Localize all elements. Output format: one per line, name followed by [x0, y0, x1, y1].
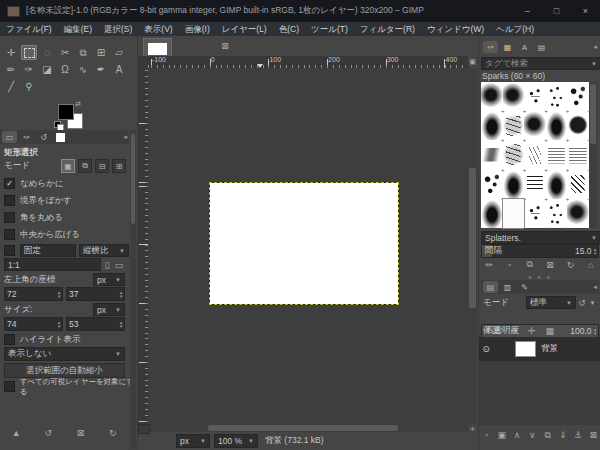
swap-colors-icon[interactable]: ⇄ — [75, 100, 81, 108]
open-brush-location[interactable]: ⌂ — [583, 258, 599, 271]
brush-scrollbar[interactable] — [589, 82, 597, 228]
brush-item[interactable] — [524, 170, 546, 199]
raise-layer[interactable]: ∧ — [510, 428, 524, 442]
save-tool-preset[interactable]: ▲ — [8, 426, 24, 440]
layer-visibility-eye-icon[interactable]: ⊙ — [479, 344, 493, 354]
mode-replace[interactable]: ▣ — [61, 159, 75, 173]
lower-layer[interactable]: ∨ — [525, 428, 539, 442]
size-unit-dropdown[interactable]: px▼ — [93, 303, 125, 316]
menu-item[interactable]: 表示(V) — [138, 22, 178, 36]
delete-tool-preset[interactable]: ⊠ — [73, 426, 89, 440]
tool-ink[interactable]: ✒ — [93, 62, 109, 77]
tool-zoom[interactable]: ⚲ — [21, 79, 37, 94]
unit-dropdown[interactable]: px▼ — [176, 434, 210, 448]
brush-item[interactable] — [546, 111, 568, 140]
colors-tab[interactable] — [53, 131, 68, 143]
close-view-icon[interactable]: ⊠ — [219, 40, 231, 52]
mode-switch-group-icon[interactable]: ↺ — [576, 298, 588, 308]
edit-brush[interactable]: ✏ — [481, 258, 497, 271]
brush-grid[interactable] — [481, 82, 589, 228]
chevron-down-icon[interactable]: ▼ — [588, 300, 597, 306]
brush-item[interactable] — [524, 140, 546, 169]
lock-alpha-icon[interactable]: ▦ — [545, 326, 554, 336]
brush-item[interactable] — [546, 140, 568, 169]
ratio-input[interactable]: 1:1 — [4, 258, 101, 271]
tool-unified-transform[interactable]: ⊞ — [93, 45, 109, 60]
canvas-image[interactable] — [210, 183, 398, 304]
menu-item[interactable]: ウィンドウ(W) — [421, 22, 490, 36]
dock-tab-menu-icon[interactable]: ◂ — [593, 283, 597, 291]
menu-item[interactable]: 選択(S) — [98, 22, 138, 36]
brush-item[interactable] — [546, 82, 568, 111]
brush-item[interactable] — [546, 199, 568, 228]
brush-item[interactable] — [481, 111, 503, 140]
brush-item[interactable] — [524, 111, 546, 140]
dock-tab-menu-icon[interactable]: ◂ — [593, 43, 597, 51]
canvas-menu-icon[interactable]: ▣ — [468, 56, 477, 68]
close-button[interactable]: × — [571, 0, 600, 22]
highlight-checkbox[interactable] — [4, 334, 15, 345]
fixed-label[interactable]: 固定 — [20, 244, 76, 257]
option-checkbox[interactable] — [4, 229, 15, 240]
zoom-dropdown[interactable]: 100 %▼ — [214, 434, 258, 448]
paths-tab[interactable]: ✎ — [517, 281, 532, 293]
brush-item[interactable] — [503, 170, 525, 199]
tool-options-scrollbar[interactable] — [130, 130, 136, 449]
tool-move[interactable]: ✛ — [3, 45, 19, 60]
brush-item[interactable] — [503, 111, 525, 140]
spin-arrows-icon[interactable]: ▴▾ — [119, 320, 122, 328]
menu-item[interactable]: フィルター(R) — [354, 22, 421, 36]
delete-brush[interactable]: ⊠ — [542, 258, 558, 271]
mode-add[interactable]: ⧉ — [78, 159, 92, 173]
tool-rectangle-select[interactable] — [21, 45, 37, 60]
vertical-scrollbar[interactable] — [468, 68, 477, 424]
brush-item[interactable] — [481, 170, 503, 199]
fonts-tab[interactable]: A — [517, 41, 532, 53]
brush-item[interactable] — [567, 82, 589, 111]
tool-text[interactable]: A — [111, 62, 127, 77]
brush-item[interactable] — [546, 170, 568, 199]
menu-item[interactable]: 画像(I) — [179, 22, 216, 36]
menu-item[interactable]: ファイル(F) — [0, 22, 58, 36]
guides-dropdown[interactable]: 表示しない▼ — [4, 347, 125, 361]
tool-scissors-select[interactable]: ✂ — [57, 45, 73, 60]
restore-tool-preset[interactable]: ↺ — [40, 426, 56, 440]
brush-item[interactable] — [567, 111, 589, 140]
spin-arrows-icon[interactable]: ▴▾ — [57, 320, 60, 328]
delete-layer[interactable]: ⊠ — [586, 428, 600, 442]
tool-paintbrush[interactable]: ✑ — [21, 62, 37, 77]
tool-options-tab[interactable]: ▭ — [2, 131, 17, 143]
new-layer[interactable]: ▫ — [480, 428, 494, 442]
brush-item[interactable] — [503, 140, 525, 169]
tool-smudge[interactable]: ∿ — [75, 62, 91, 77]
titlebar[interactable]: [名称未設定]-1.0 (RGBカラー 8-bit gamma integer,… — [0, 0, 600, 22]
brush-item-selected[interactable] — [503, 199, 525, 228]
tag-filter-input[interactable]: タグで検索▼ — [481, 57, 600, 70]
duplicate-brush[interactable]: ⧉ — [522, 258, 538, 271]
refresh-brushes[interactable]: ↻ — [562, 258, 578, 271]
position-unit-dropdown[interactable]: px▼ — [93, 273, 125, 286]
maximize-button[interactable]: □ — [542, 0, 571, 22]
dock-tab-menu-icon[interactable]: ◂ — [123, 133, 127, 141]
tool-free-select[interactable]: ◌ — [39, 45, 55, 60]
brush-tag-input[interactable]: Splatters.▼ — [481, 231, 600, 244]
foreground-color-swatch[interactable] — [58, 104, 74, 120]
brush-item[interactable] — [503, 82, 525, 111]
canvas-viewport[interactable] — [148, 68, 468, 424]
brush-item[interactable] — [481, 140, 503, 169]
menu-item[interactable]: 編集(E) — [58, 22, 98, 36]
navigation-button[interactable]: ✛ — [468, 424, 477, 432]
brush-item[interactable] — [481, 199, 503, 228]
layers-tab[interactable]: ▤ — [483, 281, 498, 293]
duplicate-layer[interactable]: ⧉ — [541, 428, 555, 442]
position-x-spinner[interactable]: 72▴▾ — [4, 287, 63, 301]
size-width-spinner[interactable]: 74▴▾ — [4, 317, 63, 331]
anchor-layer[interactable]: ⚓ — [571, 428, 585, 442]
brush-item[interactable] — [524, 82, 546, 111]
fixed-aspect-dropdown[interactable]: 縦横比▼ — [79, 244, 129, 257]
menu-item[interactable]: レイヤー(L) — [216, 22, 273, 36]
tool-color-picker[interactable]: ╱ — [3, 79, 19, 94]
layer-mode-dropdown[interactable]: 標準▼ — [526, 296, 576, 309]
brush-item[interactable] — [567, 140, 589, 169]
merge-down[interactable]: ⇓ — [556, 428, 570, 442]
